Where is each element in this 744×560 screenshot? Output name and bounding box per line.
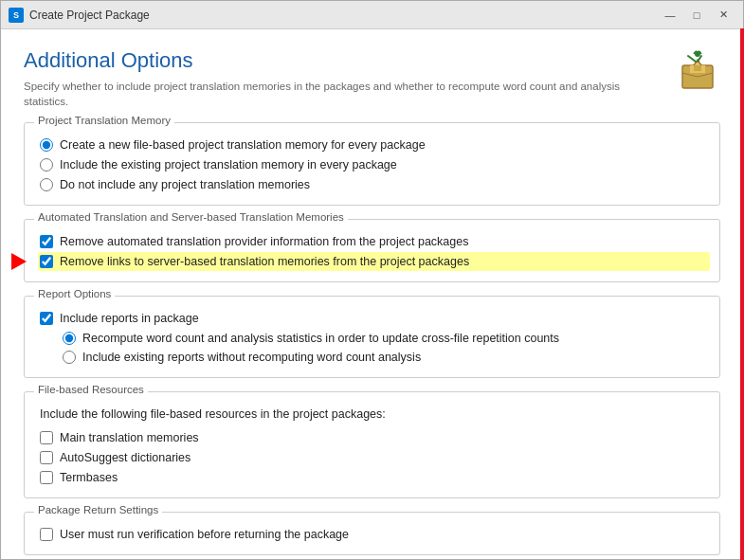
- file-resources-desc: Include the following file-based resourc…: [40, 407, 704, 421]
- pr-checkbox-1[interactable]: [40, 528, 53, 541]
- title-bar: S Create Project Package — □ ✕: [1, 1, 743, 29]
- atm-option-1[interactable]: Remove automated translation provider in…: [40, 235, 704, 248]
- tm-radio-1[interactable]: [40, 138, 53, 152]
- report-options-section: Report Options Include reports in packag…: [24, 296, 720, 378]
- page-title: Additional Options: [24, 48, 660, 73]
- file-resources-title: File-based Resources: [34, 384, 148, 395]
- atm-checkbox-1[interactable]: [40, 235, 53, 248]
- project-tm-content: Create a new file-based project translat…: [40, 138, 704, 191]
- svg-rect-2: [694, 65, 701, 71]
- close-button[interactable]: ✕: [711, 6, 735, 25]
- tm-option-2[interactable]: Include the existing project translation…: [40, 158, 704, 172]
- fr-label-1: Main translation memories: [60, 431, 199, 444]
- page-icon: [675, 48, 720, 94]
- atm-option-2[interactable]: Remove links to server-based translation…: [38, 252, 710, 271]
- tm-label-1: Create a new file-based project translat…: [60, 138, 426, 152]
- main-content: Additional Options Specify whether to in…: [1, 29, 743, 559]
- automated-tm-section: Automated Translation and Server-based T…: [24, 219, 720, 282]
- tm-option-1[interactable]: Create a new file-based project translat…: [40, 138, 704, 152]
- report-radio-1[interactable]: [63, 332, 76, 345]
- package-return-title: Package Return Settings: [34, 504, 162, 515]
- tm-label-3: Do not include any project translation m…: [60, 178, 310, 191]
- minimize-button[interactable]: —: [658, 6, 682, 25]
- fr-option-2[interactable]: AutoSuggest dictionaries: [40, 451, 704, 464]
- red-arrow-indicator: [11, 253, 27, 270]
- fr-checkbox-2[interactable]: [40, 451, 53, 464]
- tm-label-2: Include the existing project translation…: [60, 158, 397, 172]
- report-sub-options: Recompute word count and analysis statis…: [63, 332, 704, 364]
- pr-option-1[interactable]: User must run verification before return…: [40, 528, 704, 541]
- fr-checkbox-1[interactable]: [40, 431, 53, 444]
- fr-option-3[interactable]: Termbases: [40, 471, 704, 484]
- tm-option-3[interactable]: Do not include any project translation m…: [40, 178, 704, 191]
- red-border-right: [740, 28, 744, 560]
- project-tm-section: Project Translation Memory Create a new …: [24, 122, 720, 206]
- app-icon: S: [9, 8, 24, 23]
- file-resources-content: Include the following file-based resourc…: [40, 407, 704, 484]
- project-tm-title: Project Translation Memory: [34, 115, 174, 126]
- page-header: Additional Options Specify whether to in…: [24, 48, 720, 109]
- report-radio-2[interactable]: [63, 351, 76, 364]
- atm-label-1: Remove automated translation provider in…: [60, 235, 468, 248]
- atm-label-2: Remove links to server-based translation…: [60, 255, 469, 268]
- highlighted-row-container: Remove links to server-based translation…: [40, 255, 704, 268]
- report-option-1[interactable]: Recompute word count and analysis statis…: [63, 332, 704, 345]
- tm-radio-2[interactable]: [40, 158, 53, 172]
- file-resources-section: File-based Resources Include the followi…: [24, 391, 720, 498]
- fr-option-1[interactable]: Main translation memories: [40, 431, 704, 444]
- tm-radio-3[interactable]: [40, 178, 53, 191]
- pr-label-1: User must run verification before return…: [60, 528, 349, 541]
- report-options-content: Include reports in package Recompute wor…: [40, 312, 704, 364]
- report-label-2: Include existing reports without recompu…: [82, 351, 421, 364]
- package-return-content: User must run verification before return…: [40, 528, 704, 541]
- package-return-section: Package Return Settings User must run ve…: [24, 512, 720, 555]
- window-controls: — □ ✕: [658, 6, 735, 25]
- maximize-button[interactable]: □: [684, 6, 709, 25]
- page-header-left: Additional Options Specify whether to in…: [24, 48, 660, 109]
- report-option-2[interactable]: Include existing reports without recompu…: [63, 351, 704, 364]
- automated-tm-title: Automated Translation and Server-based T…: [34, 211, 348, 223]
- fr-label-3: Termbases: [60, 471, 118, 484]
- page-subtitle: Specify whether to include project trans…: [24, 79, 660, 109]
- fr-checkbox-3[interactable]: [40, 471, 53, 484]
- main-window: S Create Project Package — □ ✕ Additiona…: [0, 0, 744, 560]
- include-reports-label: Include reports in package: [60, 312, 199, 325]
- atm-checkbox-2[interactable]: [40, 255, 53, 268]
- include-reports-checkbox[interactable]: [40, 312, 53, 325]
- report-options-title: Report Options: [34, 288, 115, 299]
- window-title: Create Project Package: [29, 9, 658, 22]
- fr-label-2: AutoSuggest dictionaries: [60, 451, 191, 464]
- include-reports-option[interactable]: Include reports in package: [40, 312, 704, 325]
- report-label-1: Recompute word count and analysis statis…: [82, 332, 559, 345]
- automated-tm-content: Remove automated translation provider in…: [40, 235, 704, 268]
